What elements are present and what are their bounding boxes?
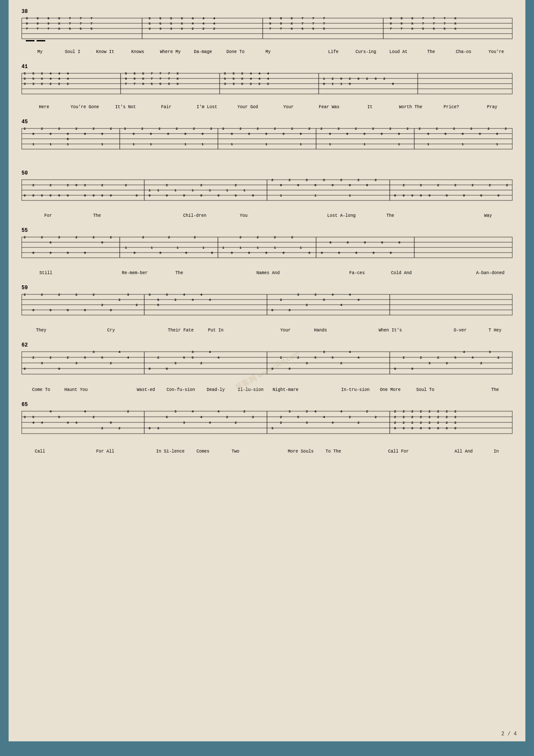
svg-text:3: 3 bbox=[306, 361, 308, 365]
svg-text:0: 0 bbox=[297, 183, 299, 187]
svg-text:0: 0 bbox=[340, 77, 342, 81]
svg-text:2: 2 bbox=[446, 415, 448, 419]
svg-text:1: 1 bbox=[202, 142, 204, 146]
svg-text:7: 7 bbox=[323, 22, 325, 25]
svg-text:2: 2 bbox=[75, 293, 78, 297]
svg-text:4: 4 bbox=[213, 22, 215, 25]
svg-text:4: 4 bbox=[67, 77, 69, 81]
svg-text:2: 2 bbox=[118, 426, 121, 430]
svg-text:3: 3 bbox=[149, 27, 151, 31]
svg-text:0: 0 bbox=[167, 132, 169, 136]
svg-text:0: 0 bbox=[265, 251, 267, 255]
svg-text:X: X bbox=[241, 82, 243, 86]
svg-text:2: 2 bbox=[411, 421, 413, 425]
svg-text:3: 3 bbox=[149, 293, 151, 297]
svg-text:X: X bbox=[454, 22, 456, 25]
svg-text:2: 2 bbox=[110, 127, 112, 131]
svg-text:9: 9 bbox=[134, 77, 136, 81]
lyric-word: To The bbox=[317, 449, 350, 454]
lyric-word: Fair bbox=[146, 105, 187, 109]
svg-text:2: 2 bbox=[250, 82, 252, 86]
svg-text:2: 2 bbox=[141, 127, 143, 131]
svg-text:1: 1 bbox=[329, 142, 331, 146]
svg-text:3: 3 bbox=[157, 426, 159, 430]
svg-text:1: 1 bbox=[274, 246, 276, 250]
lyric-word: Way bbox=[464, 213, 513, 218]
svg-text:X: X bbox=[291, 16, 293, 20]
lyric-word bbox=[415, 213, 464, 218]
lyric-word: Here bbox=[24, 105, 65, 109]
svg-text:0: 0 bbox=[32, 132, 34, 136]
svg-text:0: 0 bbox=[355, 251, 357, 255]
lyric-word: It's Not bbox=[105, 105, 146, 109]
svg-text:7: 7 bbox=[301, 16, 304, 20]
svg-text:2: 2 bbox=[472, 183, 474, 187]
svg-text:4: 4 bbox=[217, 356, 220, 359]
svg-text:0: 0 bbox=[323, 82, 325, 86]
svg-text:5: 5 bbox=[101, 356, 103, 359]
svg-text:2: 2 bbox=[202, 27, 205, 31]
svg-text:2: 2 bbox=[403, 421, 405, 425]
svg-text:2: 2 bbox=[136, 303, 138, 307]
lyric-word: Where My bbox=[154, 50, 187, 54]
svg-text:2: 2 bbox=[291, 235, 293, 239]
svg-text:0: 0 bbox=[437, 426, 439, 430]
svg-text:2: 2 bbox=[505, 127, 507, 131]
svg-text:0: 0 bbox=[110, 421, 112, 425]
svg-text:1: 1 bbox=[184, 142, 186, 146]
svg-text:2: 2 bbox=[306, 303, 308, 307]
svg-text:0: 0 bbox=[480, 194, 482, 197]
svg-text:2: 2 bbox=[428, 409, 431, 413]
svg-text:2: 2 bbox=[75, 235, 78, 239]
svg-text:5: 5 bbox=[314, 356, 317, 359]
svg-text:7: 7 bbox=[422, 22, 424, 25]
svg-text:0: 0 bbox=[149, 367, 151, 371]
svg-text:2: 2 bbox=[192, 27, 194, 31]
lyric-word bbox=[350, 449, 382, 454]
svg-text:0: 0 bbox=[446, 426, 448, 430]
svg-text:2: 2 bbox=[480, 361, 482, 365]
svg-text:X: X bbox=[142, 77, 144, 81]
svg-text:2: 2 bbox=[243, 409, 245, 413]
svg-text:9: 9 bbox=[125, 72, 127, 75]
svg-text:1: 1 bbox=[157, 188, 159, 192]
svg-text:X: X bbox=[58, 27, 60, 31]
svg-text:2: 2 bbox=[437, 183, 439, 187]
svg-text:X: X bbox=[181, 22, 183, 25]
svg-text:5: 5 bbox=[32, 415, 34, 419]
svg-text:2: 2 bbox=[50, 183, 52, 187]
svg-text:5: 5 bbox=[157, 298, 159, 302]
section-41: 41 5 5 3 5 5 3 X X X 4 4 2 bbox=[22, 64, 512, 109]
lyrics-41: Here You're Gone It's Not Fair I'm Lost … bbox=[22, 105, 512, 109]
svg-text:4: 4 bbox=[323, 415, 325, 419]
svg-text:0: 0 bbox=[411, 426, 413, 430]
svg-text:0: 0 bbox=[235, 194, 237, 197]
svg-text:0: 0 bbox=[338, 251, 340, 255]
svg-text:0: 0 bbox=[159, 251, 161, 255]
svg-text:2: 2 bbox=[124, 127, 126, 131]
svg-text:0: 0 bbox=[411, 194, 413, 197]
lyric-word: Pray bbox=[472, 105, 512, 109]
lyric-word: The bbox=[73, 213, 122, 218]
svg-text:2: 2 bbox=[274, 127, 276, 131]
svg-text:0: 0 bbox=[24, 367, 26, 371]
svg-text:3: 3 bbox=[297, 293, 299, 297]
svg-text:2: 2 bbox=[280, 356, 282, 359]
svg-text:2: 2 bbox=[58, 293, 60, 297]
svg-text:9: 9 bbox=[47, 16, 50, 20]
svg-text:5: 5 bbox=[170, 22, 172, 25]
svg-text:4: 4 bbox=[67, 421, 69, 425]
svg-text:X: X bbox=[181, 27, 183, 31]
svg-text:7: 7 bbox=[47, 27, 50, 31]
svg-text:2: 2 bbox=[67, 356, 69, 359]
svg-text:X: X bbox=[177, 72, 179, 75]
svg-text:9: 9 bbox=[390, 22, 392, 25]
svg-text:2: 2 bbox=[497, 356, 500, 359]
lyric-word bbox=[408, 328, 443, 333]
lyric-word: Your bbox=[268, 105, 309, 109]
svg-text:0: 0 bbox=[428, 426, 431, 430]
lyric-word bbox=[93, 387, 128, 392]
svg-text:5: 5 bbox=[90, 27, 93, 31]
svg-text:0: 0 bbox=[444, 132, 447, 136]
svg-text:0: 0 bbox=[50, 132, 52, 136]
